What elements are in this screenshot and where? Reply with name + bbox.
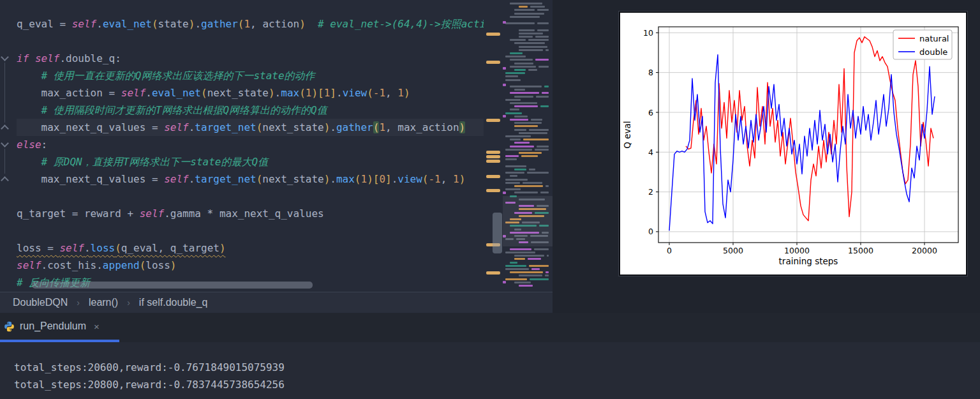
code-area[interactable]: q_eval = self.eval_net(state).gather(1, …: [17, 15, 484, 291]
minimap-code-bar: [521, 155, 538, 157]
minimap-code-bar: [535, 149, 549, 151]
code-line[interactable]: max_action = self.eval_net(next_state).m…: [17, 84, 484, 102]
active-tab-underline: [0, 340, 119, 342]
minimap-code-bar: [514, 192, 538, 193]
code-line[interactable]: max_next_q_values = self.target_net(next…: [17, 170, 484, 188]
minimap-edge-mark: [503, 84, 506, 86]
code-line[interactable]: # 原DQN，直接用T网络求出下一state的最大Q值: [17, 153, 484, 170]
warning-stripe-mark[interactable]: [486, 189, 500, 192]
code-line[interactable]: q_target = reward + self.gamma * max_nex…: [17, 205, 484, 222]
minimap-code-bar: [514, 169, 526, 170]
minimap-edge-mark: [503, 115, 506, 117]
code-editor[interactable]: q_eval = self.eval_net(state).gather(1, …: [0, 0, 553, 292]
minimap-code-bar: [505, 22, 535, 24]
fold-down-icon[interactable]: [1, 53, 9, 61]
warning-stripe-mark[interactable]: [486, 33, 500, 36]
horizontal-scrollbar[interactable]: [32, 282, 313, 289]
code-line[interactable]: [17, 33, 484, 50]
fold-region-line: [4, 63, 5, 123]
warning-stripe-mark[interactable]: [486, 160, 500, 163]
minimap[interactable]: [503, 0, 553, 292]
minimap-code-bar: [535, 36, 549, 38]
minimap-code-bar: [505, 72, 525, 74]
console-line: total_steps:20600,reward:-0.767184901507…: [14, 359, 285, 376]
minimap-code-bar: [531, 268, 540, 270]
breadcrumb-separator: ›: [77, 297, 80, 308]
svg-text:2: 2: [648, 187, 653, 197]
breadcrumb-separator: ›: [127, 297, 130, 308]
code-line[interactable]: else:: [17, 136, 484, 153]
code-line[interactable]: q_eval = self.eval_net(state).gather(1, …: [17, 15, 484, 33]
vertical-scrollbar[interactable]: [493, 213, 502, 253]
console-output[interactable]: total_steps:20600,reward:-0.767184901507…: [14, 359, 285, 393]
warning-stripe-mark[interactable]: [486, 61, 500, 64]
minimap-code-bar: [505, 149, 532, 151]
minimap-code-bar: [514, 122, 542, 124]
minimap-code-bar: [540, 192, 549, 193]
minimap-code-bar: [510, 59, 533, 61]
warning-stripe-mark[interactable]: [486, 119, 500, 122]
minimap-code-bar: [505, 99, 521, 101]
svg-text:8: 8: [648, 68, 653, 77]
minimap-code-bar: [505, 172, 524, 174]
minimap-code-bar: [546, 49, 549, 51]
svg-text:20000: 20000: [912, 246, 937, 255]
fold-down-icon[interactable]: [1, 139, 9, 147]
minimap-code-bar: [536, 96, 549, 98]
minimap-code-bar: [510, 139, 521, 140]
code-line[interactable]: [17, 188, 484, 205]
warning-stripe-mark[interactable]: [486, 155, 500, 158]
code-line[interactable]: max_next_q_values = self.target_net(next…: [17, 119, 484, 136]
close-icon[interactable]: ×: [94, 321, 100, 332]
svg-text:0: 0: [648, 227, 653, 236]
minimap-code-bar: [510, 109, 519, 110]
ide-window: q_eval = self.eval_net(state).gather(1, …: [0, 0, 980, 399]
console-tab-bar: run_Pendulum ×: [0, 313, 980, 342]
minimap-code-bar: [510, 248, 531, 250]
minimap-code-bar: [546, 271, 549, 273]
minimap-code-bar: [510, 3, 542, 4]
minimap-code-bar: [514, 185, 543, 187]
minimap-code-bar: [528, 258, 541, 260]
minimap-code-bar: [505, 252, 535, 253]
minimap-code-bar: [505, 182, 520, 184]
breadcrumb-item[interactable]: learn(): [89, 297, 118, 308]
tab-run-pendulum[interactable]: run_Pendulum ×: [0, 313, 108, 340]
breadcrumb-item[interactable]: DoubleDQN: [13, 297, 68, 308]
breadcrumb: DoubleDQN›learn()›if self.double_q: [0, 292, 553, 313]
minimap-code-bar: [514, 125, 538, 127]
minimap-code-bar: [505, 56, 526, 57]
warning-stripe-mark[interactable]: [486, 271, 500, 275]
minimap-code-bar: [505, 75, 518, 77]
breadcrumb-item[interactable]: if self.double_q: [139, 297, 208, 308]
minimap-code-bar: [514, 282, 531, 283]
svg-text:Q eval: Q eval: [622, 121, 632, 148]
minimap-code-bar: [530, 278, 549, 280]
minimap-code-bar: [537, 29, 549, 31]
minimap-viewport[interactable]: [503, 196, 553, 246]
fold-up-icon[interactable]: [1, 176, 9, 184]
minimap-edge-mark: [503, 67, 506, 70]
minimap-code-bar: [514, 89, 525, 91]
minimap-code-bar: [505, 112, 522, 114]
code-line[interactable]: if self.double_q:: [17, 50, 484, 67]
code-line[interactable]: self.cost_his.append(loss): [17, 257, 484, 274]
minimap-code-bar: [545, 275, 549, 276]
tab-label: run_Pendulum: [20, 320, 86, 332]
minimap-code-bar: [505, 135, 531, 137]
code-line[interactable]: loss = self.loss(q_eval, q_target): [17, 239, 484, 257]
code-line[interactable]: [17, 222, 484, 239]
minimap-code-bar: [514, 13, 544, 15]
matplotlib-figure-window: 050001000015000200000246810training step…: [619, 11, 967, 276]
svg-text:0: 0: [667, 246, 672, 255]
warning-stripe-mark[interactable]: [486, 151, 500, 154]
code-line[interactable]: # 使用一直在更新的Q网络求出应该选择的下一state的动作: [17, 67, 484, 84]
minimap-code-bar: [505, 165, 526, 167]
minimap-edge-mark: [503, 192, 506, 194]
minimap-code-bar: [537, 146, 549, 147]
warning-stripe-mark[interactable]: [486, 175, 500, 178]
fold-up-icon[interactable]: [1, 124, 9, 133]
minimap-code-bar: [510, 119, 528, 121]
svg-text:natural: natural: [919, 34, 949, 43]
code-line[interactable]: # 使用隔段时间才更新的T网络求出根据Q网络算出的动作的Q值: [17, 102, 484, 119]
